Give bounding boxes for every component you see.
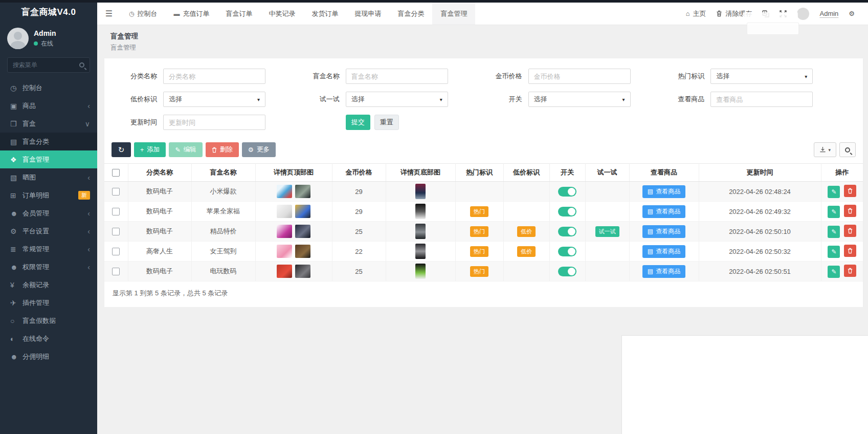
sidebar-item-commission-detail[interactable]: ☻ 分佣明细 <box>0 348 97 365</box>
row-edit-button[interactable]: ✎ <box>828 206 840 218</box>
switch-toggle[interactable] <box>558 267 576 276</box>
view-product-button[interactable]: ▤查看商品 <box>642 185 685 198</box>
sidebar-item-blindbox[interactable]: ❒ 盲盒 ∨ <box>0 115 97 133</box>
records-summary: 显示第 1 到第 5 条记录，总共 5 条记录 <box>104 281 863 305</box>
table-row: 高奢人生 女王驾到 22 热门 低价 ▤查看商品 2022-04-26 02:5… <box>104 242 863 262</box>
tab-dashboard[interactable]: ◷ 控制台 <box>121 3 165 25</box>
avatar[interactable] <box>7 28 29 49</box>
tab-blindbox-manage[interactable]: 盲盒管理 <box>432 3 475 25</box>
sidebar-item-blindbox-category[interactable]: ▤ 盲盒分类 <box>0 133 97 150</box>
settings-button[interactable]: ⚙ <box>849 10 855 17</box>
row-edit-button[interactable]: ✎ <box>828 246 840 258</box>
switch-toggle[interactable] <box>558 227 576 236</box>
filter-form: 分类名称 盲盒名称 金币价格 热门标识 选择 ▾ 低价标识 <box>104 58 863 138</box>
hamburger-menu-button[interactable]: ☰ <box>97 3 121 25</box>
row-delete-button[interactable] <box>844 265 856 277</box>
switch-select[interactable]: 选择 ▾ <box>528 92 631 107</box>
export-button[interactable]: ▾ <box>814 142 836 157</box>
sidebar-item-blindbox-manage[interactable]: ❖ 盲盒管理 <box>0 150 97 168</box>
card-icon: ▬ <box>173 10 180 17</box>
filter-label: 分类名称 <box>119 72 157 81</box>
row-checkbox[interactable] <box>112 268 120 275</box>
tab-recharge-orders[interactable]: ▬ 充值订单 <box>165 3 217 25</box>
user-menu[interactable]: Admin <box>819 10 838 17</box>
detail-top-image <box>277 245 292 258</box>
chevron-left-icon: ‹ <box>87 173 90 182</box>
chevron-left-icon: ‹ <box>87 209 90 218</box>
sidebar-item-members[interactable]: ☻ 会员管理 ‹ <box>0 204 97 222</box>
pencil-icon: ✎ <box>831 208 836 215</box>
tab-blindbox-orders[interactable]: 盲盒订单 <box>217 3 260 25</box>
view-product-input[interactable] <box>710 92 813 107</box>
caret-down-icon: ▾ <box>440 97 442 102</box>
row-delete-button[interactable] <box>844 185 856 197</box>
home-link[interactable]: ⌂ 主页 <box>686 9 706 18</box>
view-product-button[interactable]: ▤查看商品 <box>642 205 685 218</box>
edit-button[interactable]: ✎ 编辑 <box>169 142 202 157</box>
sidebar-item-dashboard[interactable]: ◷ 控制台 <box>0 79 97 97</box>
row-delete-button[interactable] <box>844 205 856 217</box>
overlay-artifact <box>747 23 799 35</box>
row-checkbox[interactable] <box>112 248 120 255</box>
category-name-input[interactable] <box>163 69 265 84</box>
table-row: 数码电子 精品特价 25 热门 低价 试一试 ▤查看商品 2022-04-26 … <box>104 222 863 242</box>
list-icon: ▤ <box>648 268 653 275</box>
avatar[interactable] <box>797 8 809 20</box>
user-name: Admin <box>34 29 56 37</box>
view-product-button[interactable]: ▤查看商品 <box>642 245 685 258</box>
search-toggle-button[interactable] <box>839 142 856 157</box>
switch-toggle[interactable] <box>558 207 576 216</box>
try-select[interactable]: 选择 ▾ <box>346 92 448 107</box>
row-edit-button[interactable]: ✎ <box>828 226 840 238</box>
sidebar-item-general-manage[interactable]: ≣ 常规管理 ‹ <box>0 240 97 258</box>
row-delete-button[interactable] <box>844 245 856 257</box>
table-header-row: 分类名称 盲盒名称 详情页顶部图 金币价格 详情页底部图 热门标识 低价标识 开… <box>104 164 863 182</box>
more-button[interactable]: ⚙ 更多 <box>242 142 276 157</box>
refresh-button[interactable]: ↻ <box>112 142 131 157</box>
sidebar-item-goods[interactable]: ▣ 商品 ‹ <box>0 97 97 115</box>
panel-card: 分类名称 盲盒名称 金币价格 热门标识 选择 ▾ 低价标识 <box>104 58 863 307</box>
switch-toggle[interactable] <box>558 247 576 256</box>
add-button[interactable]: + 添加 <box>134 142 166 157</box>
chevron-left-icon: ‹ <box>87 102 90 110</box>
row-checkbox[interactable] <box>112 208 120 215</box>
hot-badge: 热门 <box>470 206 488 217</box>
sidebar-item-order-detail[interactable]: ⊞ 订单明细 新 <box>0 186 97 204</box>
view-product-button[interactable]: ▤查看商品 <box>642 225 685 238</box>
row-edit-button[interactable]: ✎ <box>828 186 840 198</box>
row-delete-button[interactable] <box>844 225 856 237</box>
switch-toggle[interactable] <box>558 187 576 197</box>
low-price-flag-select[interactable]: 选择 ▾ <box>163 92 265 107</box>
tab-winning-records[interactable]: 中奖记录 <box>260 3 303 25</box>
sidebar-item-online-command[interactable]: ◐ 在线命令 <box>0 330 97 348</box>
sidebar-item-fake-data[interactable]: ○ 盲盒假数据 <box>0 312 97 330</box>
update-time-input[interactable] <box>163 115 265 130</box>
plus-icon: + <box>140 146 144 154</box>
chevron-left-icon: ‹ <box>87 227 90 235</box>
cell-coin-price: 25 <box>332 222 386 242</box>
sidebar-item-plugins[interactable]: ✈ 插件管理 <box>0 294 97 312</box>
detail-top-image <box>295 205 310 218</box>
row-checkbox[interactable] <box>112 228 120 235</box>
select-all-checkbox[interactable] <box>112 169 120 177</box>
table-toolbar: ↻ + 添加 ✎ 编辑 删除 ⚙ 更多 ▾ <box>104 138 863 162</box>
sidebar-item-platform-settings[interactable]: ⚙ 平台设置 ‹ <box>0 222 97 240</box>
hot-flag-select[interactable]: 选择 ▾ <box>710 69 813 84</box>
box-name-input[interactable] <box>346 69 448 84</box>
tab-withdrawal-requests[interactable]: 提现申请 <box>346 3 389 25</box>
row-checkbox[interactable] <box>112 188 120 196</box>
view-product-button[interactable]: ▤查看商品 <box>642 265 685 278</box>
reset-button[interactable]: 重置 <box>374 115 399 130</box>
sidebar-item-photos[interactable]: ▧ 晒图 ‹ <box>0 168 97 186</box>
detail-top-image <box>277 225 292 238</box>
sidebar-search-input[interactable]: 搜索菜单 <box>7 57 90 73</box>
coin-price-input[interactable] <box>528 69 631 84</box>
submit-button[interactable]: 提交 <box>346 115 370 130</box>
sidebar-item-permissions[interactable]: ☻ 权限管理 ‹ <box>0 258 97 276</box>
tab-shipping-orders[interactable]: 发货订单 <box>303 3 346 25</box>
row-edit-button[interactable]: ✎ <box>828 266 840 278</box>
tab-blindbox-category[interactable]: 盲盒分类 <box>389 3 432 25</box>
sidebar-item-balance-records[interactable]: ¥ 余额记录 <box>0 276 97 294</box>
delete-button[interactable]: 删除 <box>206 142 239 157</box>
trash-icon <box>848 228 853 234</box>
